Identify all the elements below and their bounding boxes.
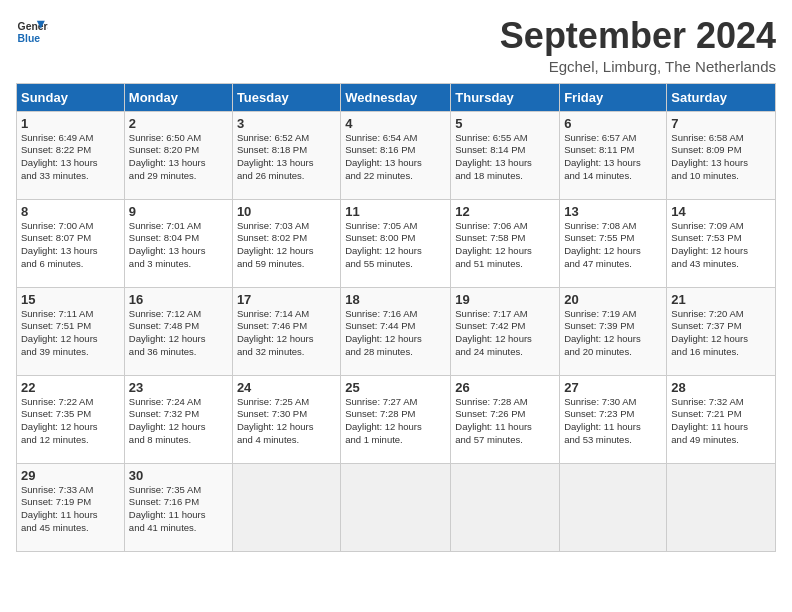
day-info: Sunrise: 7:24 AM Sunset: 7:32 PM Dayligh…	[129, 396, 228, 447]
day-info: Sunrise: 7:08 AM Sunset: 7:55 PM Dayligh…	[564, 220, 662, 271]
calendar-cell: 17Sunrise: 7:14 AM Sunset: 7:46 PM Dayli…	[232, 287, 340, 375]
calendar-cell: 23Sunrise: 7:24 AM Sunset: 7:32 PM Dayli…	[124, 375, 232, 463]
day-number: 4	[345, 116, 446, 131]
month-title: September 2024	[500, 16, 776, 56]
day-number: 7	[671, 116, 771, 131]
title-block: September 2024 Egchel, Limburg, The Neth…	[500, 16, 776, 75]
day-info: Sunrise: 7:22 AM Sunset: 7:35 PM Dayligh…	[21, 396, 120, 447]
day-number: 2	[129, 116, 228, 131]
calendar-cell: 11Sunrise: 7:05 AM Sunset: 8:00 PM Dayli…	[341, 199, 451, 287]
calendar-cell: 26Sunrise: 7:28 AM Sunset: 7:26 PM Dayli…	[451, 375, 560, 463]
day-info: Sunrise: 7:03 AM Sunset: 8:02 PM Dayligh…	[237, 220, 336, 271]
day-info: Sunrise: 7:28 AM Sunset: 7:26 PM Dayligh…	[455, 396, 555, 447]
calendar-cell: 1Sunrise: 6:49 AM Sunset: 8:22 PM Daylig…	[17, 111, 125, 199]
day-info: Sunrise: 7:00 AM Sunset: 8:07 PM Dayligh…	[21, 220, 120, 271]
day-info: Sunrise: 7:16 AM Sunset: 7:44 PM Dayligh…	[345, 308, 446, 359]
day-number: 30	[129, 468, 228, 483]
day-number: 14	[671, 204, 771, 219]
calendar-cell: 27Sunrise: 7:30 AM Sunset: 7:23 PM Dayli…	[560, 375, 667, 463]
day-number: 23	[129, 380, 228, 395]
calendar-cell: 25Sunrise: 7:27 AM Sunset: 7:28 PM Dayli…	[341, 375, 451, 463]
day-number: 19	[455, 292, 555, 307]
day-number: 10	[237, 204, 336, 219]
calendar-cell: 28Sunrise: 7:32 AM Sunset: 7:21 PM Dayli…	[667, 375, 776, 463]
day-info: Sunrise: 6:49 AM Sunset: 8:22 PM Dayligh…	[21, 132, 120, 183]
calendar-cell: 29Sunrise: 7:33 AM Sunset: 7:19 PM Dayli…	[17, 463, 125, 551]
day-number: 18	[345, 292, 446, 307]
day-info: Sunrise: 7:20 AM Sunset: 7:37 PM Dayligh…	[671, 308, 771, 359]
calendar-cell: 7Sunrise: 6:58 AM Sunset: 8:09 PM Daylig…	[667, 111, 776, 199]
day-number: 13	[564, 204, 662, 219]
day-info: Sunrise: 7:19 AM Sunset: 7:39 PM Dayligh…	[564, 308, 662, 359]
day-info: Sunrise: 7:11 AM Sunset: 7:51 PM Dayligh…	[21, 308, 120, 359]
calendar-cell: 16Sunrise: 7:12 AM Sunset: 7:48 PM Dayli…	[124, 287, 232, 375]
calendar-cell: 13Sunrise: 7:08 AM Sunset: 7:55 PM Dayli…	[560, 199, 667, 287]
day-info: Sunrise: 7:05 AM Sunset: 8:00 PM Dayligh…	[345, 220, 446, 271]
day-number: 21	[671, 292, 771, 307]
day-number: 6	[564, 116, 662, 131]
calendar-cell: 30Sunrise: 7:35 AM Sunset: 7:16 PM Dayli…	[124, 463, 232, 551]
day-header-tuesday: Tuesday	[232, 83, 340, 111]
day-info: Sunrise: 6:55 AM Sunset: 8:14 PM Dayligh…	[455, 132, 555, 183]
calendar-table: SundayMondayTuesdayWednesdayThursdayFrid…	[16, 83, 776, 552]
day-info: Sunrise: 7:30 AM Sunset: 7:23 PM Dayligh…	[564, 396, 662, 447]
day-info: Sunrise: 6:52 AM Sunset: 8:18 PM Dayligh…	[237, 132, 336, 183]
calendar-cell	[667, 463, 776, 551]
day-info: Sunrise: 6:50 AM Sunset: 8:20 PM Dayligh…	[129, 132, 228, 183]
calendar-cell: 18Sunrise: 7:16 AM Sunset: 7:44 PM Dayli…	[341, 287, 451, 375]
day-number: 15	[21, 292, 120, 307]
calendar-cell: 24Sunrise: 7:25 AM Sunset: 7:30 PM Dayli…	[232, 375, 340, 463]
day-info: Sunrise: 6:57 AM Sunset: 8:11 PM Dayligh…	[564, 132, 662, 183]
calendar-cell	[341, 463, 451, 551]
day-number: 1	[21, 116, 120, 131]
location-subtitle: Egchel, Limburg, The Netherlands	[500, 58, 776, 75]
day-info: Sunrise: 7:27 AM Sunset: 7:28 PM Dayligh…	[345, 396, 446, 447]
day-header-sunday: Sunday	[17, 83, 125, 111]
calendar-cell: 12Sunrise: 7:06 AM Sunset: 7:58 PM Dayli…	[451, 199, 560, 287]
day-number: 22	[21, 380, 120, 395]
logo: General Blue	[16, 16, 48, 48]
calendar-cell: 20Sunrise: 7:19 AM Sunset: 7:39 PM Dayli…	[560, 287, 667, 375]
day-header-wednesday: Wednesday	[341, 83, 451, 111]
day-number: 12	[455, 204, 555, 219]
day-number: 20	[564, 292, 662, 307]
day-number: 11	[345, 204, 446, 219]
day-info: Sunrise: 7:14 AM Sunset: 7:46 PM Dayligh…	[237, 308, 336, 359]
day-number: 8	[21, 204, 120, 219]
calendar-cell: 15Sunrise: 7:11 AM Sunset: 7:51 PM Dayli…	[17, 287, 125, 375]
calendar-cell: 9Sunrise: 7:01 AM Sunset: 8:04 PM Daylig…	[124, 199, 232, 287]
day-info: Sunrise: 6:54 AM Sunset: 8:16 PM Dayligh…	[345, 132, 446, 183]
day-number: 9	[129, 204, 228, 219]
day-number: 26	[455, 380, 555, 395]
calendar-cell	[232, 463, 340, 551]
calendar-cell: 4Sunrise: 6:54 AM Sunset: 8:16 PM Daylig…	[341, 111, 451, 199]
day-header-friday: Friday	[560, 83, 667, 111]
day-info: Sunrise: 6:58 AM Sunset: 8:09 PM Dayligh…	[671, 132, 771, 183]
calendar-cell: 2Sunrise: 6:50 AM Sunset: 8:20 PM Daylig…	[124, 111, 232, 199]
day-header-monday: Monday	[124, 83, 232, 111]
day-number: 24	[237, 380, 336, 395]
day-info: Sunrise: 7:09 AM Sunset: 7:53 PM Dayligh…	[671, 220, 771, 271]
day-info: Sunrise: 7:17 AM Sunset: 7:42 PM Dayligh…	[455, 308, 555, 359]
calendar-cell	[560, 463, 667, 551]
calendar-cell: 8Sunrise: 7:00 AM Sunset: 8:07 PM Daylig…	[17, 199, 125, 287]
day-number: 27	[564, 380, 662, 395]
day-number: 28	[671, 380, 771, 395]
day-info: Sunrise: 7:32 AM Sunset: 7:21 PM Dayligh…	[671, 396, 771, 447]
calendar-cell: 21Sunrise: 7:20 AM Sunset: 7:37 PM Dayli…	[667, 287, 776, 375]
day-number: 16	[129, 292, 228, 307]
day-number: 3	[237, 116, 336, 131]
day-info: Sunrise: 7:33 AM Sunset: 7:19 PM Dayligh…	[21, 484, 120, 535]
day-info: Sunrise: 7:35 AM Sunset: 7:16 PM Dayligh…	[129, 484, 228, 535]
calendar-cell: 19Sunrise: 7:17 AM Sunset: 7:42 PM Dayli…	[451, 287, 560, 375]
day-info: Sunrise: 7:25 AM Sunset: 7:30 PM Dayligh…	[237, 396, 336, 447]
calendar-cell: 3Sunrise: 6:52 AM Sunset: 8:18 PM Daylig…	[232, 111, 340, 199]
day-header-thursday: Thursday	[451, 83, 560, 111]
day-number: 25	[345, 380, 446, 395]
calendar-cell: 10Sunrise: 7:03 AM Sunset: 8:02 PM Dayli…	[232, 199, 340, 287]
calendar-cell	[451, 463, 560, 551]
calendar-cell: 6Sunrise: 6:57 AM Sunset: 8:11 PM Daylig…	[560, 111, 667, 199]
day-number: 17	[237, 292, 336, 307]
day-number: 5	[455, 116, 555, 131]
day-number: 29	[21, 468, 120, 483]
